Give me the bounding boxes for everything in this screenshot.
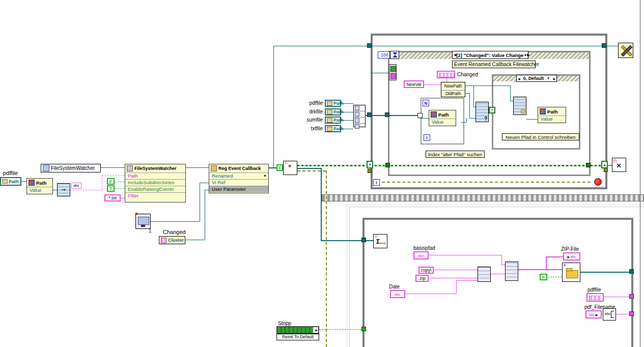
write-path-value-node[interactable]: Path Value	[538, 107, 566, 123]
wire-string	[424, 84, 441, 85]
concatenate-strings-node[interactable]	[505, 262, 518, 281]
selector-dropdown-icon[interactable]: ▼	[547, 77, 550, 80]
tunnel[interactable]	[604, 168, 608, 172]
while-loop-bottom[interactable]	[362, 218, 633, 347]
path-value-property-node[interactable]: Path Value	[26, 178, 53, 194]
tunnel[interactable]	[602, 43, 606, 48]
for-path-value-node[interactable]: Path Value	[429, 110, 456, 126]
vi-base-icon	[141, 225, 145, 227]
false-constant-bottom[interactable]: F	[540, 274, 547, 280]
close-reference-icon[interactable]	[618, 43, 633, 58]
loop-stop-terminal[interactable]	[594, 178, 602, 186]
timeout-hourglass-terminal[interactable]	[390, 51, 399, 59]
format-strings-node[interactable]	[478, 267, 491, 282]
subvi-burst-icon[interactable]: (!) *	[283, 161, 297, 175]
tunnel[interactable]	[629, 311, 634, 316]
open-create-zip-icon[interactable]: *	[562, 263, 580, 282]
true-constant[interactable]: T	[107, 185, 115, 192]
newval-event-data[interactable]: NewVal	[404, 80, 424, 88]
tunnel[interactable]	[367, 43, 372, 48]
zip-string-constant[interactable]: .zip	[415, 275, 429, 282]
callback-vi-icon[interactable]: ★	[135, 214, 151, 229]
filesystemwatcher-constant[interactable]: FileSystemWatcher	[41, 164, 101, 172]
while-iteration-terminal[interactable]: i	[373, 179, 380, 186]
basispfad-terminal[interactable]: abc	[413, 251, 429, 259]
selector-next-icon[interactable]: ▶	[527, 53, 529, 57]
stopp-slider-control[interactable]: ▶	[276, 326, 319, 334]
property-row-includesubdirectories[interactable]: IncludeSubdirectories	[125, 179, 185, 186]
wire-string	[546, 256, 547, 270]
replace-array-element-node[interactable]	[513, 97, 526, 115]
shift-register-left[interactable]: ▼	[367, 161, 373, 168]
cluster-constant[interactable]: Cluster	[159, 236, 185, 244]
txtfile-path-local[interactable]: Path	[325, 125, 341, 132]
string-subset-node[interactable]: abc	[603, 308, 616, 321]
selector-prev-icon[interactable]: ◀	[518, 77, 520, 80]
dotnet-icon	[127, 165, 133, 171]
property-row-filter[interactable]: Filter	[125, 192, 185, 199]
reg-event-row-userparam[interactable]: User Parameter	[209, 186, 268, 192]
wire-string	[102, 175, 102, 190]
wire-path	[466, 118, 467, 122]
tunnel[interactable]	[385, 112, 389, 117]
filter-string-constant[interactable]: *.txt	[104, 194, 121, 201]
for-loop-iteration-terminal[interactable]: i	[424, 134, 430, 141]
event-data-item[interactable]	[390, 73, 396, 79]
search-array-node[interactable]: ?	[475, 102, 489, 122]
subvi-sigma-icon[interactable]: (!) Σ…	[373, 234, 387, 248]
false-constant[interactable]: F	[107, 178, 115, 185]
indexing-tunnel[interactable]	[417, 113, 423, 118]
shift-register-right[interactable]: ▲	[601, 161, 608, 168]
copy-string-constant[interactable]: copy\	[418, 267, 434, 274]
vi-number-label: 1	[149, 228, 152, 234]
event-selector[interactable]: ◀ [2] "Changed": Value Change ▼ ▶	[452, 51, 528, 59]
tunnel[interactable]	[361, 327, 366, 331]
property-row-path[interactable]: Path	[125, 172, 185, 179]
event-data-node[interactable]	[389, 64, 397, 80]
case-selector[interactable]: ◀ 0, Default ▼ ▶	[516, 75, 557, 82]
zipfile-indicator[interactable]: ▶ abc	[563, 252, 580, 261]
tunnel[interactable]	[385, 163, 390, 167]
tunnel[interactable]	[629, 294, 634, 299]
property-row-enableraisingevents[interactable]: EnableRaisingEvents	[125, 186, 185, 192]
sumfile-path-local[interactable]: Path	[325, 117, 341, 124]
fsw-property-node[interactable]: FileSystemWatcher Path IncludeSubdirecto…	[125, 164, 186, 203]
reg-event-row-renamed[interactable]: Renamed▼	[209, 172, 268, 179]
selector-next-icon[interactable]: ▶	[553, 77, 555, 80]
tunnel[interactable]	[368, 169, 372, 173]
true-constant-2[interactable]: T	[276, 164, 283, 171]
unbundle-node[interactable]: NewPath OldPath	[441, 82, 465, 97]
wire-bool	[115, 182, 125, 182]
drkfile-path-local[interactable]: Path	[325, 108, 341, 115]
pdffile-path-local[interactable]: Path	[325, 100, 341, 107]
error-handler-icon[interactable]: (!) ×	[612, 158, 626, 172]
for-loop-count-terminal[interactable]: N	[423, 100, 429, 106]
tunnel[interactable]	[361, 238, 366, 242]
label-index-suchen: Index "alter Pfad" suchen	[426, 151, 485, 158]
pdffile-path-terminal[interactable]: Path	[0, 177, 21, 186]
unbundle-row-newpath[interactable]: NewPath	[441, 82, 465, 91]
event-data-item[interactable]	[390, 66, 396, 72]
case-selector-terminal[interactable]: ?	[489, 107, 495, 113]
selector-dropdown-icon[interactable]: ▼	[523, 53, 527, 57]
date-terminal[interactable]: abc	[390, 290, 405, 298]
timeout-constant[interactable]: 100	[378, 51, 390, 59]
tunnel[interactable]	[367, 112, 372, 117]
sequence-border-band[interactable]	[322, 194, 644, 201]
label-neuen-pfad: Neuen Pfad in Control schreiben	[502, 133, 579, 140]
abc-mini-terminal[interactable]: abc	[71, 183, 81, 189]
path-to-string-node[interactable]: ⇒	[57, 183, 70, 196]
wire-string	[501, 265, 505, 265]
tunnel[interactable]	[586, 163, 591, 167]
cluster-icon	[161, 238, 166, 243]
changed-cluster-terminal[interactable]	[437, 71, 455, 78]
build-array-node[interactable]	[353, 105, 366, 127]
pdf-filename-terminal[interactable]: abc ▶	[585, 310, 602, 319]
unbundle-row-oldpath[interactable]: OldPath	[441, 91, 465, 98]
reg-event-row-viref[interactable]: VI Ref	[209, 179, 268, 186]
wire-string	[491, 274, 505, 274]
tunnel[interactable]	[629, 269, 634, 274]
folder-icon	[327, 127, 332, 131]
pdffile-terminal-bottom[interactable]	[586, 293, 604, 302]
reg-event-callback-node[interactable]: Reg Event Callback Renamed▼ VI Ref User …	[209, 164, 269, 193]
